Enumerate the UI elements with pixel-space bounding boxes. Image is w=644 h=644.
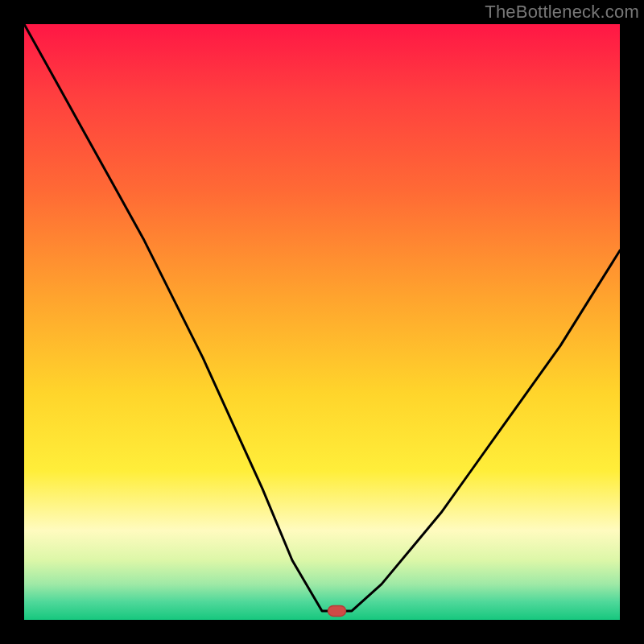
stage: TheBottleneck.com — [0, 0, 644, 644]
optimal-point-marker — [24, 24, 620, 620]
plot-area — [24, 24, 620, 620]
watermark-text: TheBottleneck.com — [485, 2, 639, 23]
svg-rect-0 — [328, 605, 346, 616]
